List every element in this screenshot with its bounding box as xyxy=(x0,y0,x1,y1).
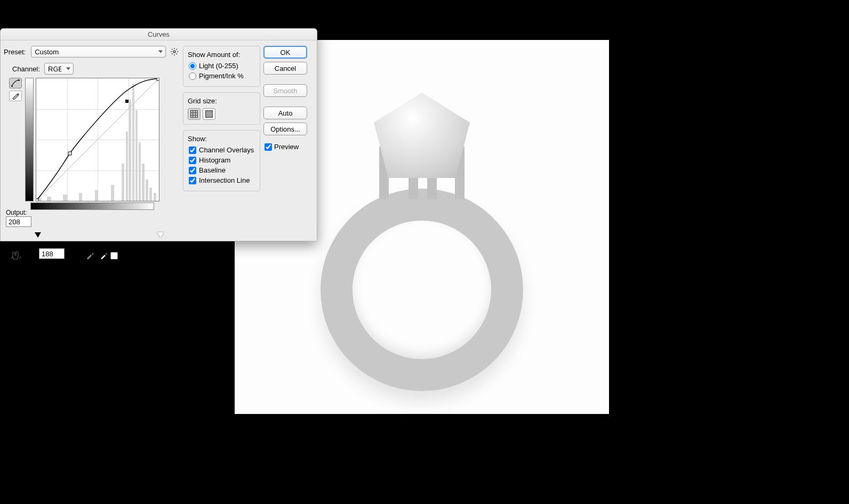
curves-left-panel: Preset: Custom xyxy=(4,46,180,210)
show-clipping-label: Show Clipping xyxy=(120,251,164,259)
svg-rect-31 xyxy=(157,78,159,80)
smooth-button: Smooth xyxy=(263,84,307,97)
curves-dialog: Curves Preset: Custom xyxy=(0,28,317,241)
grid-coarse-icon xyxy=(190,110,198,118)
curve-pencil-tool[interactable] xyxy=(9,91,22,101)
svg-rect-28 xyxy=(36,199,38,201)
intersection-label: Intersection Line xyxy=(199,176,250,184)
histogram-checkbox[interactable] xyxy=(189,157,196,164)
levels-slider[interactable] xyxy=(37,232,162,240)
white-point-thumb[interactable] xyxy=(157,232,164,238)
baseline-row[interactable]: Baseline xyxy=(188,166,255,174)
svg-point-0 xyxy=(173,51,175,53)
histogram-label: Histogram xyxy=(199,156,230,164)
horizontal-gradient xyxy=(30,202,154,210)
preview-checkbox[interactable] xyxy=(265,143,272,151)
svg-line-8 xyxy=(177,49,177,50)
channel-overlays-row[interactable]: Channel Overlays xyxy=(188,146,255,154)
light-radio[interactable] xyxy=(189,62,196,70)
preset-gear-button[interactable] xyxy=(169,46,180,58)
svg-line-6 xyxy=(177,54,177,54)
curve-icon xyxy=(11,79,20,87)
svg-line-5 xyxy=(172,49,172,50)
ok-button[interactable]: OK xyxy=(263,46,307,59)
eyedropper-icon xyxy=(100,251,108,259)
grid-fine-button[interactable] xyxy=(203,108,215,120)
show-title: Show: xyxy=(188,135,255,143)
preset-select[interactable]: Custom xyxy=(31,46,166,58)
svg-rect-32 xyxy=(191,111,198,118)
channel-overlays-label: Channel Overlays xyxy=(199,146,254,154)
grid-coarse-button[interactable] xyxy=(188,108,201,120)
pencil-icon xyxy=(12,92,19,100)
white-eyedropper[interactable] xyxy=(99,250,109,261)
vertical-gradient xyxy=(25,78,34,201)
on-image-adjust-button[interactable] xyxy=(9,250,23,262)
ring-illustration xyxy=(294,93,550,391)
show-amount-title: Show Amount of: xyxy=(188,51,255,59)
output-input[interactable] xyxy=(6,216,31,227)
eyedropper-icon xyxy=(72,251,81,259)
channel-select[interactable]: RGB xyxy=(44,63,74,75)
black-point-thumb[interactable] xyxy=(35,232,41,238)
baseline-label: Baseline xyxy=(199,166,226,174)
intersection-checkbox[interactable] xyxy=(189,177,196,184)
preview-label: Preview xyxy=(274,143,299,151)
curve-point-tool[interactable] xyxy=(9,78,22,88)
hand-icon xyxy=(11,251,21,261)
output-label: Output: xyxy=(6,209,29,216)
grid-size-group: Grid size: xyxy=(183,92,260,125)
options-button[interactable]: Options... xyxy=(263,123,307,135)
channel-label: Channel: xyxy=(12,65,40,73)
black-eyedropper[interactable] xyxy=(71,250,82,261)
svg-rect-9 xyxy=(11,85,13,87)
output-block: Output: xyxy=(6,209,31,227)
gray-eyedropper[interactable] xyxy=(85,250,95,261)
light-radio-row[interactable]: Light (0-255) xyxy=(188,62,255,70)
show-amount-group: Show Amount of: Light (0-255) Pigment/In… xyxy=(183,46,260,87)
eyedropper-icon xyxy=(86,251,94,259)
auto-button[interactable]: Auto xyxy=(263,107,307,119)
pigment-label: Pigment/Ink % xyxy=(199,72,244,80)
histogram-row[interactable]: Histogram xyxy=(188,156,255,164)
pigment-radio-row[interactable]: Pigment/Ink % xyxy=(188,72,255,80)
input-block: Input: xyxy=(39,241,65,259)
light-label: Light (0-255) xyxy=(199,62,238,70)
input-label: Input: xyxy=(39,241,62,248)
dialog-buttons-panel: OK Cancel Smooth Auto Options... Preview xyxy=(263,46,310,210)
curves-options-panel: Show Amount of: Light (0-255) Pigment/In… xyxy=(183,46,260,210)
show-group: Show: Channel Overlays Histogram Baselin… xyxy=(183,130,260,191)
curve-line xyxy=(36,78,159,201)
input-input[interactable] xyxy=(39,248,65,259)
pigment-radio[interactable] xyxy=(189,72,196,80)
cancel-button[interactable]: Cancel xyxy=(263,62,307,75)
grid-size-title: Grid size: xyxy=(188,97,255,105)
svg-rect-10 xyxy=(18,79,20,81)
svg-line-27 xyxy=(36,78,159,201)
svg-line-7 xyxy=(172,54,172,54)
baseline-checkbox[interactable] xyxy=(189,167,196,174)
show-clipping-row[interactable]: Show Clipping xyxy=(110,251,164,259)
intersection-row[interactable]: Intersection Line xyxy=(188,176,255,184)
eyedropper-group xyxy=(71,250,109,261)
gear-icon xyxy=(171,48,178,55)
curve-graph[interactable] xyxy=(36,78,159,201)
svg-rect-29 xyxy=(68,152,71,155)
preview-row[interactable]: Preview xyxy=(265,143,310,151)
preset-label: Preset: xyxy=(4,48,26,56)
svg-rect-30 xyxy=(125,100,129,103)
show-clipping-checkbox[interactable] xyxy=(110,252,118,259)
channel-overlays-checkbox[interactable] xyxy=(189,147,196,154)
grid-fine-icon xyxy=(205,110,213,118)
dialog-title[interactable]: Curves xyxy=(1,29,317,40)
